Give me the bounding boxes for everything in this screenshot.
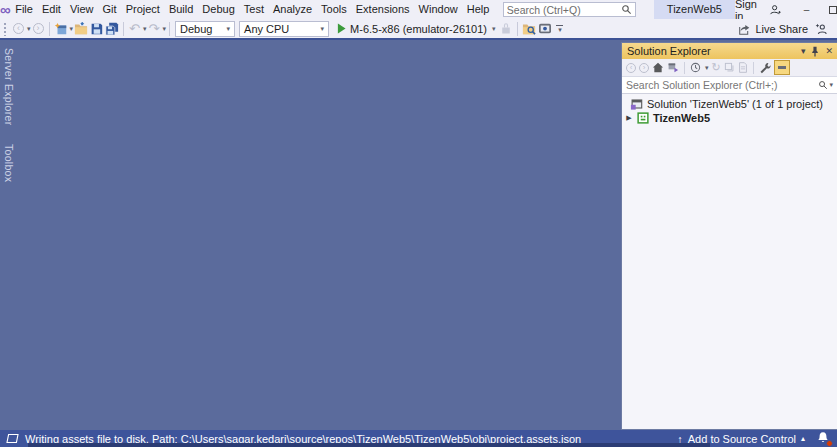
menu-window[interactable]: Window [414,0,462,19]
title-bar: ∞ File Edit View Git Project Build Debug… [0,0,837,19]
solution-explorer-title: Solution Explorer [627,45,711,57]
switch-views-icon[interactable] [667,62,679,73]
emulator-manager-button[interactable] [537,20,553,37]
chevron-down-icon: ▾ [317,25,325,33]
show-all-files-icon [738,62,748,73]
navigate-back-icon: ‹ [13,23,24,34]
new-project-button[interactable] [53,20,69,37]
deploy-button-disabled [499,20,514,37]
emulator-manager-icon [538,23,552,35]
sidebar-tab-toolbox[interactable]: Toolbox [0,139,17,187]
toolbar-right-group: Live Share [738,20,829,37]
deploy-icon [500,23,512,35]
menu-project[interactable]: Project [121,0,164,19]
se-toolbar-separator [684,62,685,74]
save-icon [90,22,103,35]
tree-row-solution[interactable]: Solution 'TizenWeb5' (1 of 1 project) [622,97,837,111]
pin-icon[interactable] [811,46,819,57]
new-project-icon [54,22,68,36]
home-icon[interactable] [652,62,664,73]
run-target-caret-icon[interactable]: ▾ [492,25,496,33]
chevron-down-icon: ▾ [558,26,562,34]
sidebar-tab-server-explorer[interactable]: Server Explorer [0,43,17,130]
menu-extensions[interactable]: Extensions [351,0,414,19]
undo-icon: ↶ [129,22,140,35]
maximize-button[interactable] [820,0,837,19]
menu-help[interactable]: Help [462,0,494,19]
close-panel-icon[interactable]: ✕ [825,43,833,59]
solution-configuration-dropdown[interactable]: Debug ▾ [175,21,235,37]
menu-edit[interactable]: Edit [37,0,65,19]
solution-explorer-search-box[interactable]: ▾ [622,77,837,94]
se-back-icon[interactable]: ‹ [626,63,636,73]
solution-name-label: TizenWeb5 [654,0,735,19]
visual-studio-window: ∞ File Edit View Git Project Build Debug… [0,0,837,447]
preview-selected-items-icon [778,66,786,69]
menu-analyze[interactable]: Analyze [268,0,316,19]
start-debugging-button[interactable]: M-6.5-x86 (emulator-26101) ▾ [331,23,498,35]
live-share-button[interactable]: Live Share [738,23,808,35]
quick-search-box[interactable] [503,2,636,17]
toolbar-separator [123,22,124,36]
status-bar: Writing assets file to disk. Path: C:\Us… [0,430,837,447]
notifications-button[interactable] [816,431,831,446]
background-tasks-icon[interactable] [6,433,19,444]
filter-caret-icon[interactable]: ▾ [705,64,709,72]
search-icon [621,4,632,15]
left-tool-window-tabs: Server Explorer Toolbox [0,43,17,188]
menu-build[interactable]: Build [164,0,197,19]
project-node-label: TizenWeb5 [653,112,710,124]
pending-changes-filter-icon[interactable] [690,62,701,73]
menu-git[interactable]: Git [98,0,121,19]
solution-explorer-tree: Solution 'TizenWeb5' (1 of 1 project) ▶ … [622,94,837,429]
solution-platform-dropdown[interactable]: Any CPU ▾ [239,21,329,37]
minimize-button[interactable]: – [793,0,820,19]
notification-badge [826,440,833,447]
solution-explorer-search-input[interactable] [626,79,818,91]
menu-tools[interactable]: Tools [317,0,352,19]
menu-view[interactable]: View [65,0,98,19]
toolbar-grip-handle[interactable] [3,22,8,36]
tree-row-project[interactable]: ▶ TizenWeb5 [622,111,837,125]
navigate-back-button[interactable]: ‹ [11,20,26,37]
find-in-files-button[interactable] [521,20,537,37]
navigate-forward-button[interactable]: › [31,20,46,37]
standard-toolbar: ‹ ▾ › ▾ ↶ ▾ ↷ ▾ [0,19,837,40]
toolbar-overflow-button[interactable]: ▾ [553,24,567,34]
menu-test[interactable]: Test [239,0,268,19]
undo-button[interactable]: ↶ [127,20,142,37]
menu-file[interactable]: File [11,0,38,19]
properties-wrench-icon[interactable] [759,62,771,74]
run-target-label: M-6.5-x86 (emulator-26101) [350,23,487,35]
find-in-files-icon [522,22,536,35]
run-play-icon [337,23,346,34]
preview-selected-items-toggle[interactable] [774,60,790,75]
tizen-project-icon [637,112,649,124]
save-all-button[interactable] [104,20,120,37]
expander-collapsed-icon[interactable]: ▶ [625,114,633,122]
redo-caret-icon[interactable]: ▾ [163,25,167,33]
live-share-icon [738,23,751,35]
visual-studio-logo-icon: ∞ [0,0,11,19]
quick-search-input[interactable] [507,4,621,16]
minimize-icon: – [804,4,810,15]
save-all-icon [105,22,119,35]
open-folder-icon [74,22,88,35]
se-forward-icon[interactable]: › [639,63,649,73]
open-file-button[interactable] [73,20,89,37]
menu-debug[interactable]: Debug [198,0,239,19]
se-toolbar-separator [753,62,754,74]
send-feedback-button[interactable] [814,20,829,37]
window-position-caret-icon[interactable]: ▾ [801,43,806,59]
solution-configuration-value: Debug [180,23,212,35]
redo-button[interactable]: ↷ [147,20,162,37]
search-options-caret-icon[interactable]: ▾ [829,81,833,89]
solution-explorer-toolbar: ‹ › ▾ ↻ [622,59,837,77]
toolbar-separator [169,22,170,36]
solution-explorer-header[interactable]: Solution Explorer ▾ ✕ [622,43,837,59]
save-button[interactable] [89,20,104,37]
user-account-icon [769,4,781,16]
source-control-caret-up-icon[interactable]: ▴ [801,434,805,443]
redo-icon: ↷ [149,22,160,35]
solution-node-label: Solution 'TizenWeb5' (1 of 1 project) [647,98,823,110]
